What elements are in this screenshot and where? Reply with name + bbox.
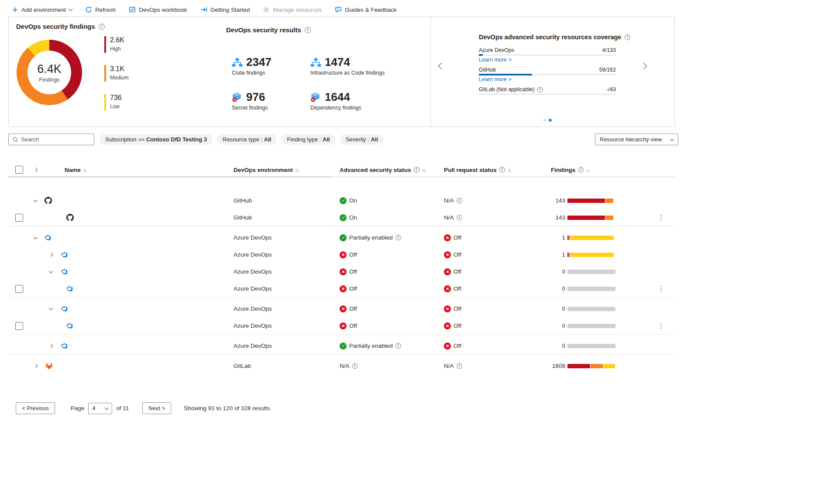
column-header-findings[interactable]: Findings (551, 166, 589, 173)
getting-started-button[interactable]: Getting Started (200, 6, 250, 13)
refresh-button[interactable]: Refresh (85, 6, 116, 13)
advanced-security-status-cell: On (340, 192, 357, 209)
carousel-dot-1[interactable] (543, 119, 546, 121)
previous-page-button[interactable]: < Previous (16, 402, 55, 414)
findings-bar (567, 229, 617, 246)
coverage-row-gitlab: GitLab (Not applicable) -/43 (479, 85, 616, 95)
table-row[interactable]: Azure DevOps Off Off 0 (8, 263, 675, 280)
table-row[interactable]: Azure DevOps Partially enabled Off 0 (8, 337, 675, 354)
carousel-next-button[interactable] (639, 61, 648, 72)
findings-count: 0 (526, 317, 565, 334)
findings-bar (567, 246, 617, 263)
row-checkbox[interactable] (15, 285, 23, 293)
filter-pill-severity[interactable]: Severity : All (340, 134, 384, 145)
info-icon[interactable] (457, 363, 462, 369)
learn-more-link[interactable]: Learn more > (479, 57, 512, 63)
column-header-name[interactable]: Name (65, 166, 86, 173)
info-icon[interactable] (625, 34, 630, 40)
table-row[interactable]: GitHub On N/A 143 (8, 192, 675, 209)
devops-environment-cell: Azure DevOps (234, 317, 272, 334)
info-icon[interactable] (99, 24, 105, 30)
carousel-dot-2[interactable] (549, 119, 552, 122)
table-row[interactable]: GitHub On N/A 143 (8, 209, 675, 226)
filter-pill-finding-type[interactable]: Finding type : All (281, 134, 335, 145)
devops-workbook-button[interactable]: DevOps workbook (129, 6, 187, 13)
table-row[interactable]: Azure DevOps Off Off 0 (8, 317, 675, 334)
info-icon[interactable] (305, 27, 311, 33)
manage-resources-button[interactable]: Manage resources (263, 6, 322, 13)
column-header-environment[interactable]: DevOps environment (234, 166, 299, 173)
table-row[interactable]: Azure DevOps Off Off 0 (8, 280, 675, 297)
row-context-menu-button[interactable] (660, 317, 662, 334)
secret-findings-icon (232, 92, 243, 102)
page-number-select[interactable]: 4 (88, 403, 112, 414)
info-icon[interactable] (352, 363, 358, 369)
pull-request-status-cell: Off (444, 317, 461, 334)
search-input[interactable] (21, 136, 90, 143)
info-icon[interactable] (414, 167, 419, 172)
row-expander[interactable] (49, 337, 52, 354)
devops-environment-cell: GitHub (234, 209, 252, 226)
expand-all-chevron[interactable] (34, 168, 37, 171)
advanced-security-status-cell: On (340, 209, 357, 226)
findings-bar (567, 280, 617, 297)
learn-more-link[interactable]: Learn more > (479, 76, 512, 82)
info-icon[interactable] (395, 343, 401, 349)
results-card-title-text: DevOps security results (226, 26, 301, 34)
info-icon[interactable] (457, 198, 462, 203)
view-dropdown-label: Resource hierarchy view (600, 136, 662, 143)
table-row[interactable]: Azure DevOps Partially enabled Off 1 (8, 229, 675, 246)
high-severity-swatch (104, 36, 106, 53)
row-expander[interactable] (34, 229, 37, 246)
filter-pill-resource-type[interactable]: Resource type : All (217, 134, 277, 145)
info-icon[interactable] (457, 215, 462, 220)
row-expander[interactable] (49, 246, 52, 263)
carousel-previous-button[interactable] (437, 61, 446, 72)
info-icon[interactable] (395, 235, 401, 240)
row-context-menu-button[interactable] (660, 280, 662, 297)
select-all-checkbox[interactable] (15, 166, 23, 174)
row-checkbox-cell (15, 209, 23, 226)
row-checkbox[interactable] (15, 214, 23, 222)
status-off-icon (340, 268, 347, 275)
devops-environment-cell: Azure DevOps (234, 300, 272, 317)
info-icon[interactable] (499, 167, 505, 172)
row-checkbox[interactable] (15, 322, 23, 330)
table-row[interactable]: Azure DevOps Off Off 0 (8, 300, 675, 317)
findings-bar (567, 192, 617, 209)
findings-bar (567, 317, 617, 334)
resource-hierarchy-view-dropdown[interactable]: Resource hierarchy view (595, 134, 678, 145)
row-expander[interactable] (34, 192, 37, 209)
sort-icon (295, 166, 299, 173)
add-environment-button[interactable]: Add environment (12, 7, 72, 13)
secret-findings-count: 976 (246, 90, 265, 104)
table-row[interactable]: GitLab N/A N/A 1608 (8, 357, 675, 374)
coverage-resource-count: -/43 (606, 86, 616, 93)
summary-cards: DevOps security findings 6.4K Findings 2… (8, 17, 675, 127)
column-header-pull-request[interactable]: Pull request status (444, 166, 511, 173)
page-count-label: of 11 (116, 405, 129, 411)
medium-count: 3.1K (110, 65, 129, 73)
pagination-bar: < Previous Page 4 of 11 Next > Showing 9… (16, 402, 271, 414)
column-header-security[interactable]: Advanced security status (340, 166, 425, 173)
azure-devops-icon (61, 300, 68, 317)
row-context-menu-button[interactable] (660, 209, 662, 226)
row-expander[interactable] (34, 357, 37, 374)
findings-card-title-text: DevOps security findings (16, 23, 95, 30)
guides-feedback-button[interactable]: Guides & Feedback (335, 6, 397, 13)
devops-environment-cell: GitHub (234, 192, 252, 209)
next-page-button[interactable]: Next > (142, 402, 171, 414)
coverage-row-github: GitHub 59/152 Learn more > (479, 65, 616, 82)
row-expander[interactable] (49, 300, 52, 317)
status-on-icon (340, 343, 347, 350)
stat-code-findings: 2347 Code findings (232, 55, 315, 76)
row-expander[interactable] (49, 263, 52, 280)
findings-total-label: Findings (39, 77, 59, 83)
info-icon[interactable] (578, 167, 584, 172)
code-findings-icon (232, 58, 243, 67)
ellipsis-icon (660, 288, 662, 289)
info-icon[interactable] (537, 87, 543, 93)
table-row[interactable]: Azure DevOps Off Off 1 (8, 246, 675, 263)
carousel-dots (479, 119, 616, 122)
filter-pill-subscription[interactable]: Subscription == Contoso DfD Testing 3 (100, 134, 213, 145)
